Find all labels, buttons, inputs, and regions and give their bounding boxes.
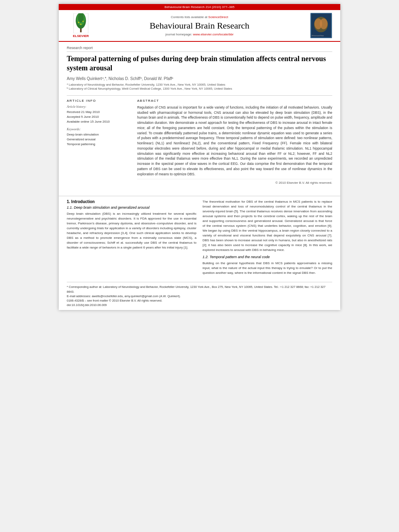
page: Behavioural Brain Research 214 (2010) 37…	[59, 4, 340, 310]
available-date: Available online 15 June 2010	[67, 119, 131, 124]
corresponding-author-text: * Corresponding author at: Laboratory of…	[67, 285, 325, 293]
email-addresses: awells@rockefeller.edu, amy.quinkert@gma…	[92, 294, 181, 298]
article-title: Temporal patterning of pulses during dee…	[67, 54, 332, 73]
accepted-date: Accepted 5 June 2010	[67, 115, 131, 119]
elsevier-logo-area: ELSEVIER	[67, 13, 95, 38]
article-body: 1. Introduction 1.1. Deep brain stimulat…	[59, 199, 340, 282]
elsevier-logo: ELSEVIER	[67, 13, 95, 38]
doi-text: doi:10.1016/j.bbr.2010.06.009	[67, 303, 107, 307]
contents-line: Contents lists available at ScienceDirec…	[95, 15, 304, 19]
history-label: Article history:	[67, 105, 131, 109]
homepage-url[interactable]: www.elsevier.com/locate/bbr	[193, 33, 234, 36]
corresponding-author-footnote: * Corresponding author at: Laboratory of…	[67, 285, 332, 294]
contents-text: Contents lists available at	[171, 15, 208, 19]
intro-heading: 1. Introduction	[67, 199, 197, 204]
doi-footnote: doi:10.1016/j.bbr.2010.06.009	[67, 303, 332, 307]
body-right-column: The theoretical motivation for DBS of th…	[203, 199, 333, 278]
article-info-column: ARTICLE INFO Article history: Received 2…	[67, 99, 131, 185]
intro-paragraph-1: Deep brain stimulation (DBS) is an incre…	[67, 212, 197, 250]
svg-point-12	[320, 18, 327, 29]
sciencedirect-link[interactable]: ScienceDirect	[208, 15, 228, 19]
intro-subheading: 1.1. Deep brain stimulation and generali…	[67, 205, 197, 210]
received-date: Received 21 May 2010	[67, 110, 131, 115]
article-content-body: Research report Temporal patterning of p…	[59, 42, 340, 193]
affiliation-a: ᵃ Laboratory of Neurobiology and Behavio…	[67, 83, 332, 87]
copyright-line: © 2010 Elsevier B.V. All rights reserved…	[137, 179, 332, 185]
svg-point-5	[78, 22, 79, 23]
keyword-1: Deep brain stimulation	[67, 132, 131, 137]
email-label: E-mail addresses:	[67, 294, 91, 298]
body-left-column: 1. Introduction 1.1. Deep brain stimulat…	[67, 199, 197, 278]
research-report-label: Research report	[67, 46, 332, 52]
affiliations: ᵃ Laboratory of Neurobiology and Behavio…	[67, 83, 332, 91]
journal-bar: Behavioural Brain Research 214 (2010) 37…	[59, 4, 340, 10]
journal-cover-area: Behavioural Brain	[304, 14, 332, 38]
article-info-heading: ARTICLE INFO	[67, 99, 131, 103]
elsevier-text: ELSEVIER	[73, 34, 89, 38]
journal-citation: Behavioural Brain Research 214 (2010) 37…	[165, 5, 234, 9]
keyword-2: Generalized arousal	[67, 137, 131, 142]
keyword-3: Temporal patterning	[67, 142, 131, 147]
footnotes-section: * Corresponding author at: Laboratory of…	[67, 282, 332, 310]
homepage-label: journal homepage:	[165, 33, 192, 36]
subheading-12: 1.2. Temporal pattern and the neural cod…	[203, 255, 333, 259]
section-divider	[59, 196, 340, 196]
svg-text:Behavioural Brain: Behavioural Brain	[312, 35, 324, 37]
affiliation-b: ᵇ Laboratory of Clinical Neurophysiology…	[67, 87, 332, 91]
issn-footnote: 0166-4328/$ – see front matter © 2010 El…	[67, 298, 332, 303]
svg-point-7	[80, 24, 82, 25]
journal-header-center: Contents lists available at ScienceDirec…	[95, 15, 304, 36]
authors: Amy Wells Quinkertᵃ,*, Nicholas D. Schif…	[67, 76, 332, 81]
keywords-label: Keywords:	[67, 127, 131, 131]
journal-title: Behavioural Brain Research	[95, 21, 304, 31]
elsevier-tree-icon	[73, 13, 89, 33]
article-info-abstract-section: ARTICLE INFO Article history: Received 2…	[67, 95, 332, 185]
email-footnote: E-mail addresses: awells@rockefeller.edu…	[67, 294, 332, 298]
svg-point-6	[82, 21, 84, 22]
journal-cover-image: Behavioural Brain	[310, 14, 332, 38]
homepage-line: journal homepage: www.elsevier.com/locat…	[95, 33, 304, 36]
abstract-column: ABSTRACT Regulation of CNS arousal is im…	[137, 99, 332, 185]
issn-text: 0166-4328/$ – see front matter © 2010 El…	[67, 299, 162, 302]
abstract-heading: ABSTRACT	[137, 99, 332, 103]
header-section: ELSEVIER Contents lists available at Sci…	[59, 10, 340, 42]
right-paragraph-1: The theoretical motivation for DBS of th…	[203, 199, 333, 253]
right-paragraph-2: Building on the general hypothesis that …	[203, 261, 333, 275]
abstract-text: Regulation of CNS arousal is important f…	[137, 105, 332, 177]
